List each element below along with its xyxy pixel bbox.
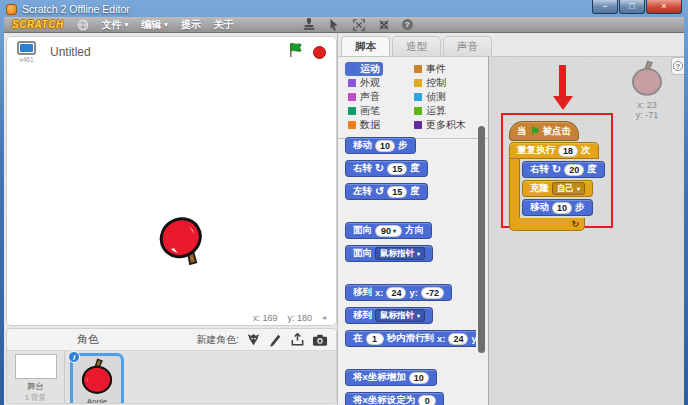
- dropdown-value: 鼠标指针: [380, 310, 414, 322]
- number-input[interactable]: -72: [421, 287, 444, 299]
- camera-sprite-icon[interactable]: [312, 333, 328, 347]
- annotation-arrow-shaft: [559, 65, 566, 97]
- stack-block[interactable]: 移到鼠标指针▾: [345, 307, 433, 324]
- category-sound[interactable]: 声音: [345, 90, 383, 104]
- editor-panel: 脚本 造型 声音 运动外观声音画笔数据事件控制侦测运算更多积木 移动10步右转↻…: [337, 33, 684, 405]
- stack-block[interactable]: 将x坐标设定为0: [345, 392, 444, 405]
- apple-sprite-on-stage[interactable]: [146, 204, 221, 279]
- stack-block[interactable]: 移到x:24y:-72: [345, 284, 452, 301]
- stack-block[interactable]: 将x坐标增加10: [345, 369, 437, 386]
- sprite-panel-body: 舞台 1 背景 i Apple: [7, 351, 336, 403]
- category-operators[interactable]: 运算: [411, 104, 449, 118]
- stack-block[interactable]: 移动10步: [522, 199, 593, 216]
- stack-block[interactable]: 移动10步: [345, 137, 416, 154]
- category-control[interactable]: 控制: [411, 76, 449, 90]
- tab-costumes[interactable]: 造型: [392, 36, 441, 56]
- maximize-button[interactable]: □: [619, 0, 645, 14]
- dropdown-arrow-icon: ▾: [417, 312, 420, 319]
- category-color-swatch: [348, 121, 356, 129]
- stack-block[interactable]: 克隆自己▾: [522, 180, 593, 197]
- number-input[interactable]: 10: [552, 202, 572, 214]
- menu-file[interactable]: 文件▾: [102, 18, 129, 32]
- category-motion[interactable]: 运动: [345, 62, 383, 76]
- number-input[interactable]: 18: [558, 145, 578, 157]
- category-label: 运动: [360, 62, 380, 76]
- category-color-swatch: [414, 121, 422, 129]
- category-pen[interactable]: 画笔: [345, 104, 383, 118]
- sprite-library-icon[interactable]: [246, 332, 261, 347]
- c-block-head[interactable]: 重复执行18次: [509, 142, 599, 159]
- block-text: 将x坐标增加: [353, 371, 406, 384]
- stop-button[interactable]: [313, 46, 326, 59]
- menu-edit[interactable]: 编辑▾: [141, 18, 168, 32]
- number-input[interactable]: 24: [448, 333, 468, 345]
- block-text: y:: [471, 333, 476, 344]
- number-input[interactable]: 0: [418, 395, 436, 405]
- block-help-icon[interactable]: ?: [402, 19, 413, 30]
- number-input[interactable]: 10: [375, 140, 395, 152]
- paint-new-sprite-icon[interactable]: [268, 332, 283, 347]
- green-flag-button[interactable]: [287, 42, 304, 62]
- fullscreen-icon: [17, 41, 36, 55]
- delete-cursor-icon[interactable]: [327, 18, 341, 32]
- repeat-block[interactable]: 重复执行18次右转↻20度克隆自己▾移动10步↻: [509, 142, 605, 231]
- new-sprite-label: 新建角色:: [196, 333, 239, 347]
- script-area[interactable]: x: 23 y: -71 ? 当⚑被点击重复执行18次右转↻20度克隆自己▾移动…: [488, 56, 684, 405]
- stage-canvas[interactable]: [8, 67, 335, 310]
- grow-sprite-icon[interactable]: [352, 18, 366, 32]
- sprite-name: Apple: [87, 397, 107, 404]
- stack-block[interactable]: 面向90▾方向: [345, 222, 432, 239]
- minimize-button[interactable]: −: [592, 0, 618, 14]
- number-input[interactable]: 15: [387, 186, 407, 198]
- stack-block[interactable]: 右转↻15度: [345, 160, 428, 177]
- number-input[interactable]: 10: [409, 372, 429, 384]
- project-title[interactable]: Untitled: [50, 45, 91, 59]
- dropdown-field[interactable]: 鼠标指针▾: [375, 247, 425, 260]
- sprite-info-icon[interactable]: i: [68, 351, 80, 363]
- dropdown-field[interactable]: 自己▾: [552, 182, 585, 195]
- number-input[interactable]: 20: [564, 164, 584, 176]
- help-drawer-tab[interactable]: ?: [671, 57, 684, 75]
- sprite-thumbnail-apple[interactable]: i Apple: [70, 353, 124, 404]
- menu-about-label: 关于: [214, 18, 234, 32]
- dropdown-field[interactable]: 90▾: [375, 225, 402, 237]
- category-events[interactable]: 事件: [411, 62, 449, 76]
- number-input[interactable]: 15: [387, 163, 407, 175]
- help-question-icon: ?: [673, 61, 683, 71]
- backdrop-count: 1 背景: [25, 393, 46, 403]
- stage-thumbnail[interactable]: [15, 354, 57, 379]
- block-text: 方向: [405, 224, 424, 237]
- language-globe-icon[interactable]: [77, 19, 89, 31]
- stack-block[interactable]: 右转↻20度: [522, 161, 605, 178]
- stack-block[interactable]: 面向鼠标指针▾: [345, 245, 433, 262]
- upload-sprite-icon[interactable]: [290, 332, 305, 347]
- menu-tips[interactable]: 提示: [181, 18, 201, 32]
- collapse-stage-icon[interactable]: ◂: [322, 313, 326, 322]
- duplicate-stamp-icon[interactable]: [302, 18, 316, 32]
- shrink-sprite-icon[interactable]: [377, 18, 391, 32]
- number-input[interactable]: 24: [386, 287, 406, 299]
- menu-about[interactable]: 关于: [214, 18, 234, 32]
- hat-block[interactable]: 当⚑被点击: [509, 121, 579, 141]
- category-label: 声音: [360, 90, 380, 104]
- stage-run-controls: [287, 42, 326, 62]
- fullscreen-control[interactable]: v461: [17, 41, 36, 63]
- script-stack[interactable]: 当⚑被点击重复执行18次右转↻20度克隆自己▾移动10步↻: [509, 121, 605, 231]
- number-input[interactable]: 1: [366, 333, 384, 345]
- category-data[interactable]: 数据: [345, 118, 383, 132]
- sprite-panel-header: 角色 新建角色:: [7, 329, 336, 351]
- stage-thumbnail-column[interactable]: 舞台 1 背景: [7, 351, 65, 403]
- palette-scrollbar[interactable]: [478, 126, 485, 353]
- stage-panel: v461 Untitled x: 169 y: 180 ◂: [6, 36, 337, 326]
- tab-sounds[interactable]: 声音: [443, 36, 492, 56]
- stack-block[interactable]: 左转↺15度: [345, 183, 428, 200]
- tab-scripts[interactable]: 脚本: [341, 36, 390, 56]
- category-sensing[interactable]: 侦测: [411, 90, 449, 104]
- category-looks[interactable]: 外观: [345, 76, 383, 90]
- category-color-swatch: [348, 93, 356, 101]
- stage-label: 舞台: [27, 381, 44, 393]
- dropdown-field[interactable]: 鼠标指针▾: [375, 309, 425, 322]
- category-more[interactable]: 更多积木: [411, 118, 469, 132]
- close-button[interactable]: ×: [646, 0, 682, 14]
- stack-block[interactable]: 在1秒内滑行到x:24y:-72: [345, 330, 476, 347]
